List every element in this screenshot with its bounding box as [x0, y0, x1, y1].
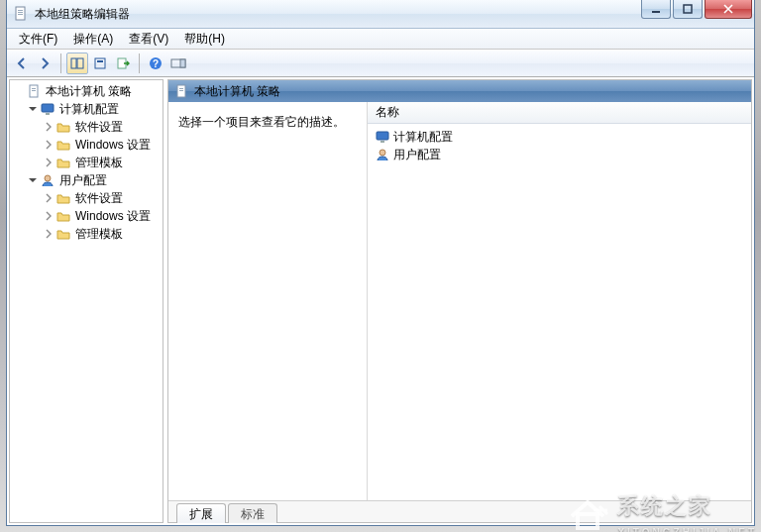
minimize-button[interactable] [641, 0, 671, 19]
help-icon: ? [149, 56, 163, 70]
export-list-button[interactable] [112, 53, 134, 74]
list-item[interactable]: 用户配置 [374, 146, 745, 163]
expand-icon[interactable] [42, 209, 55, 223]
content-body: 选择一个项目来查看它的描述。 名称 计算机配置 [168, 102, 751, 500]
export-icon [116, 56, 130, 70]
document-icon [26, 84, 42, 98]
content-panel: 本地计算机 策略 选择一个项目来查看它的描述。 名称 [167, 79, 752, 523]
tree-node-label: 软件设置 [73, 190, 125, 207]
tree-item[interactable]: 管理模板 [42, 225, 163, 243]
menu-action[interactable]: 操作(A) [65, 29, 121, 50]
tree-user-config[interactable]: 用户配置 软件设置 [26, 171, 163, 243]
expand-icon[interactable] [42, 156, 55, 169]
arrow-right-icon [38, 56, 52, 70]
action-pane-icon [170, 56, 186, 70]
svg-rect-9 [97, 60, 103, 62]
tab-label: 标准 [241, 506, 265, 523]
tree-root-label: 本地计算机 策略 [44, 83, 134, 100]
back-button[interactable] [11, 53, 33, 74]
show-hide-tree-icon [70, 56, 84, 70]
properties-icon [93, 56, 107, 70]
svg-point-20 [45, 175, 51, 181]
tree-item[interactable]: 管理模板 [42, 154, 163, 171]
arrow-left-icon [15, 56, 29, 70]
folder-icon [55, 191, 71, 205]
document-icon [174, 84, 188, 98]
collapse-icon[interactable] [26, 102, 40, 116]
svg-rect-3 [18, 14, 23, 15]
tree-item[interactable]: Windows 设置 [42, 136, 163, 154]
toolbar: ? [7, 50, 754, 77]
svg-rect-18 [42, 104, 54, 112]
show-hide-tree-button[interactable] [66, 53, 88, 74]
tree-item[interactable]: 软件设置 [42, 118, 163, 136]
close-button[interactable] [705, 0, 752, 19]
tree-node-label: 管理模板 [73, 226, 125, 243]
maximize-button[interactable] [673, 0, 703, 19]
folder-icon [55, 120, 71, 134]
forward-button[interactable] [34, 53, 55, 74]
list-item[interactable]: 计算机配置 [374, 128, 745, 146]
description-column: 选择一个项目来查看它的描述。 [168, 102, 367, 500]
svg-text:?: ? [153, 58, 159, 69]
tab-label: 扩展 [189, 506, 213, 523]
svg-rect-22 [179, 88, 183, 89]
svg-rect-25 [380, 141, 384, 143]
svg-rect-1 [18, 10, 23, 11]
folder-icon [55, 209, 71, 223]
svg-point-26 [380, 150, 385, 156]
svg-rect-14 [180, 59, 185, 67]
list-item-label: 用户配置 [393, 147, 441, 163]
tree-node-label: 管理模板 [73, 155, 125, 171]
window-title: 本地组策略编辑器 [35, 6, 130, 23]
help-button[interactable]: ? [145, 53, 166, 74]
computer-icon [40, 102, 55, 116]
list-item-label: 计算机配置 [393, 129, 453, 146]
svg-rect-16 [32, 88, 36, 89]
content-header-title: 本地计算机 策略 [194, 83, 280, 100]
svg-rect-6 [71, 58, 76, 68]
tree-item[interactable]: Windows 设置 [42, 207, 163, 225]
expand-icon[interactable] [42, 120, 55, 134]
expand-icon[interactable] [42, 227, 55, 241]
folder-icon [55, 156, 71, 169]
menu-file[interactable]: 文件(F) [11, 29, 65, 50]
svg-rect-2 [18, 12, 23, 13]
svg-rect-8 [95, 58, 105, 68]
tree-node-label: 软件设置 [73, 119, 125, 136]
menu-view[interactable]: 查看(V) [121, 29, 176, 50]
window-controls [641, 0, 754, 19]
main-window: 本地组策略编辑器 文件(F) 操作(A) 查看(V) 帮助(H) [6, 0, 755, 526]
toolbar-separator [139, 53, 140, 73]
expand-icon[interactable] [42, 191, 55, 205]
tab-standard[interactable]: 标准 [228, 503, 277, 523]
svg-rect-17 [32, 90, 36, 91]
show-hide-action-pane-button[interactable] [167, 53, 189, 74]
menu-help[interactable]: 帮助(H) [176, 29, 233, 50]
column-header-name: 名称 [376, 104, 399, 121]
list-column: 名称 计算机配置 [367, 102, 751, 500]
tree-item[interactable]: 软件设置 [42, 189, 163, 207]
list-column-header[interactable]: 名称 [368, 102, 751, 124]
toolbar-separator [60, 53, 61, 73]
tree-root-node[interactable]: 本地计算机 策略 [10, 82, 163, 243]
tree-panel: 本地计算机 策略 [9, 79, 163, 523]
svg-rect-5 [684, 5, 692, 13]
description-prompt: 选择一个项目来查看它的描述。 [178, 115, 345, 129]
tree-node-label: Windows 设置 [73, 208, 153, 225]
svg-rect-7 [77, 58, 83, 68]
user-icon [376, 148, 389, 161]
titlebar: 本地组策略编辑器 [7, 0, 754, 29]
tree-computer-config[interactable]: 计算机配置 软件设置 [26, 100, 163, 171]
body-area: 本地计算机 策略 [9, 79, 752, 523]
properties-button[interactable] [89, 53, 111, 74]
content-header: 本地计算机 策略 [168, 80, 751, 102]
menubar: 文件(F) 操作(A) 查看(V) 帮助(H) [7, 29, 754, 50]
svg-rect-24 [377, 132, 388, 140]
folder-icon [55, 138, 71, 152]
tab-extended[interactable]: 扩展 [176, 503, 226, 523]
expander-placeholder [12, 84, 26, 98]
expand-icon[interactable] [42, 138, 55, 152]
collapse-icon[interactable] [26, 173, 40, 187]
svg-rect-4 [652, 11, 660, 13]
